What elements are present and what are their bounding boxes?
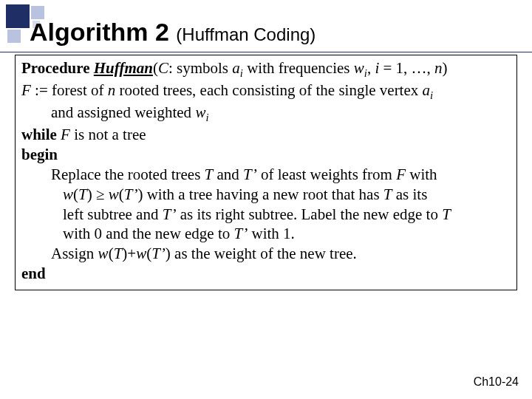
sym-T1: T xyxy=(205,166,214,183)
procedure-line: Procedure Huffman(C: symbols ai with fre… xyxy=(21,58,511,81)
algorithm-box: Procedure Huffman(C: symbols ai with fre… xyxy=(15,55,517,290)
sym-F2: F xyxy=(61,126,70,143)
slide-footer: Ch10-24 xyxy=(474,375,519,389)
sym-plus: + xyxy=(127,245,136,262)
sym-Tp3: T’ xyxy=(234,225,248,242)
body-line-4: with 0 and the new edge to T’ with 1. xyxy=(21,224,511,244)
deco-square-large xyxy=(6,4,30,28)
sym-wTp-Tp: T’ xyxy=(124,185,138,203)
txt-replace: Replace the rooted trees xyxy=(51,166,205,183)
sym-wT-o: ( xyxy=(73,185,78,203)
sym-T4: T xyxy=(114,245,123,262)
txt-comma: , xyxy=(367,59,375,77)
sym-wTp-w: w xyxy=(109,185,119,203)
txt-with1: with 1. xyxy=(248,225,295,242)
sym-wTp-o: ( xyxy=(119,185,124,203)
txt-symbols: : symbols xyxy=(168,59,232,77)
kw-while: while xyxy=(21,126,61,143)
txt-and: and xyxy=(213,166,243,183)
sym-T3: T xyxy=(442,205,451,223)
sym-a: a xyxy=(232,59,240,77)
body-line-2: w(T) ≥ w(T’) with a tree having a new ro… xyxy=(21,185,511,205)
body-line-5: Assign w(T)+w(T’) as the weight of the n… xyxy=(21,244,511,264)
sym-w4: w xyxy=(136,245,146,262)
sym-F: F xyxy=(21,81,31,99)
title-underline xyxy=(0,52,532,52)
txt-rooted: rooted trees, each consisting of the sin… xyxy=(115,81,422,99)
sym-w2: w xyxy=(195,103,205,121)
sym-T2: T xyxy=(383,185,392,203)
proc-open: ( xyxy=(153,59,158,77)
title-main: Algorithm 2 xyxy=(30,18,176,46)
sym-wT-T: T xyxy=(78,185,87,203)
txt-notree: is not a tree xyxy=(70,126,146,143)
sym-n2: n xyxy=(108,81,116,99)
kw-procedure: Procedure xyxy=(21,59,94,77)
sym-o3: ( xyxy=(109,245,114,262)
body-line-3: left subtree and T’ as its right subtree… xyxy=(21,205,511,225)
sym-n: n xyxy=(434,59,443,77)
while-line: while F is not a tree xyxy=(21,125,511,145)
forest-line-1: F := forest of n rooted trees, each cons… xyxy=(21,81,511,103)
sym-wT-w: w xyxy=(63,185,73,203)
slide-title: Algorithm 2 (Huffman Coding) xyxy=(30,18,316,47)
proc-name: Huffman xyxy=(94,59,153,77)
txt-leftsub: left subtree and xyxy=(63,205,163,223)
forest-line-2: and assigned weighted wi xyxy=(21,103,511,125)
txt-with: with xyxy=(406,166,437,183)
txt-newroot: with a tree having a new root that has xyxy=(143,185,383,203)
sym-geq: ≥ xyxy=(92,185,109,203)
sym-c4: ) xyxy=(166,245,171,262)
sym-w: w xyxy=(354,59,364,77)
sym-Tp1: T’ xyxy=(243,166,257,183)
sym-F3: F xyxy=(396,166,406,183)
kw-begin: begin xyxy=(21,145,511,165)
slide: Algorithm 2 (Huffman Coding) Procedure H… xyxy=(0,0,532,399)
kw-end: end xyxy=(21,264,511,284)
txt-asits: as its xyxy=(392,185,428,203)
txt-assign2: Assign xyxy=(51,245,98,262)
txt-withfreq: with frequencies xyxy=(243,59,354,77)
txt-least: of least weights from xyxy=(257,166,396,183)
deco-square-medium-2 xyxy=(7,30,21,43)
txt-with0: with 0 and the new edge to xyxy=(63,225,234,242)
txt-assign: := forest of xyxy=(31,81,108,99)
txt-weightnew: as the weight of the new tree. xyxy=(171,245,357,262)
sym-Tp4: T’ xyxy=(151,245,166,262)
sym-C: C xyxy=(158,59,168,77)
txt-assigned: and assigned weighted xyxy=(51,103,195,121)
txt-irange: = 1, …, xyxy=(379,59,434,77)
sym-a2: a xyxy=(423,81,431,99)
body-line-1: Replace the rooted trees T and T’ of lea… xyxy=(21,165,511,185)
title-sub: (Huffman Coding) xyxy=(176,24,316,44)
sym-Tp2: T’ xyxy=(163,205,177,223)
sym-wT-c: ) xyxy=(87,185,92,203)
sub-i-3: i xyxy=(430,89,433,101)
sym-w3: w xyxy=(98,245,109,262)
sub-i-4: i xyxy=(205,112,208,123)
txt-rightsub: as its right subtree. Label the new edge… xyxy=(176,205,442,223)
proc-close: ) xyxy=(443,59,448,77)
